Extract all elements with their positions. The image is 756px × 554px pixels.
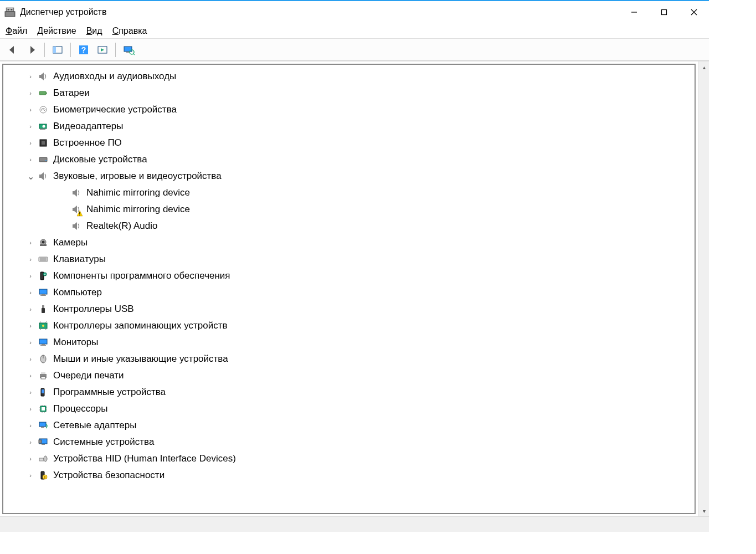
menu-file[interactable]: Файл bbox=[6, 26, 27, 36]
device-category-label: Звуковые, игровые и видеоустройства bbox=[53, 171, 222, 182]
window-controls bbox=[619, 1, 709, 23]
chevron-right-icon[interactable]: › bbox=[25, 387, 35, 397]
menu-action[interactable]: Действие bbox=[37, 26, 76, 36]
device-category[interactable]: ›Дисковые устройства bbox=[3, 151, 695, 168]
chevron-right-icon[interactable]: › bbox=[25, 254, 35, 264]
warning-overlay-icon bbox=[76, 209, 83, 216]
chevron-down-icon[interactable]: ⌄ bbox=[25, 171, 35, 181]
window: Диспетчер устройств Файл Действие Вид Сп… bbox=[0, 0, 709, 532]
device-category[interactable]: ›Биометрические устройства bbox=[3, 101, 695, 118]
chevron-right-icon[interactable]: › bbox=[25, 337, 35, 347]
device-category-label: Системные устройства bbox=[53, 437, 154, 448]
menu-help[interactable]: Справка bbox=[112, 26, 147, 36]
chevron-right-icon[interactable]: › bbox=[25, 238, 35, 248]
device-item-label: Realtek(R) Audio bbox=[86, 220, 158, 232]
chevron-right-icon[interactable]: › bbox=[25, 138, 35, 148]
svg-rect-56 bbox=[662, 10, 667, 15]
svg-marker-59 bbox=[9, 46, 14, 54]
device-category[interactable]: ›Клавиатуры bbox=[3, 251, 695, 268]
device-category[interactable]: ⌄Звуковые, игровые и видеоустройства bbox=[3, 168, 695, 184]
chevron-right-icon[interactable]: › bbox=[25, 155, 35, 165]
device-category[interactable]: ›Встроенное ПО bbox=[3, 135, 695, 151]
svg-text:?: ? bbox=[81, 45, 86, 54]
chevron-right-icon[interactable]: › bbox=[25, 105, 35, 115]
vertical-scrollbar[interactable]: ▴ ▾ bbox=[698, 61, 709, 516]
chevron-right-icon[interactable]: › bbox=[25, 321, 35, 331]
disk-icon bbox=[38, 154, 49, 165]
maximize-button[interactable] bbox=[649, 1, 679, 23]
device-category[interactable]: ›Компьютер bbox=[3, 284, 695, 301]
chevron-right-icon[interactable]: › bbox=[25, 88, 35, 98]
device-item-label: Nahimic mirroring device bbox=[86, 187, 190, 198]
scroll-track[interactable] bbox=[698, 73, 709, 505]
device-category[interactable]: ›Видеоадаптеры bbox=[3, 118, 695, 135]
speaker-icon bbox=[38, 171, 49, 182]
device-category[interactable]: ›Сетевые адаптеры bbox=[3, 417, 695, 434]
svg-rect-68 bbox=[126, 52, 130, 53]
scroll-down-arrow[interactable]: ▾ bbox=[698, 505, 709, 516]
toolbar-help[interactable]: ? bbox=[75, 42, 92, 58]
device-item[interactable]: Nahimic mirroring device bbox=[3, 184, 695, 201]
device-category[interactable]: ›Контроллеры USB bbox=[3, 301, 695, 317]
chevron-right-icon[interactable]: › bbox=[25, 271, 35, 281]
toolbar-forward[interactable] bbox=[23, 42, 40, 58]
titlebar-title: Диспетчер устройств bbox=[20, 7, 619, 17]
security-icon bbox=[38, 470, 49, 481]
titlebar[interactable]: Диспетчер устройств bbox=[0, 1, 709, 23]
chevron-right-icon[interactable]: › bbox=[25, 71, 35, 81]
device-category[interactable]: ›Системные устройства bbox=[3, 434, 695, 450]
device-category[interactable]: ›Очереди печати bbox=[3, 367, 695, 384]
toolbar-separator bbox=[44, 43, 45, 57]
toolbar-add-legacy-device[interactable] bbox=[120, 42, 137, 58]
monitor-icon bbox=[38, 287, 49, 298]
device-tree[interactable]: ›Аудиовходы и аудиовыходы›Батареи›Биомет… bbox=[2, 64, 696, 514]
minimize-button[interactable] bbox=[619, 1, 649, 23]
network-icon bbox=[38, 420, 49, 431]
device-category[interactable]: ›Программные устройства bbox=[3, 384, 695, 401]
device-category[interactable]: ›Устройства безопасности bbox=[3, 467, 695, 484]
gpu-icon bbox=[38, 121, 49, 132]
chevron-right-icon[interactable]: › bbox=[25, 304, 35, 314]
chevron-right-icon[interactable]: › bbox=[25, 288, 35, 297]
device-category-label: Контроллеры запоминающих устройств bbox=[53, 320, 227, 331]
keyboard-icon bbox=[38, 254, 49, 265]
scroll-up-arrow[interactable]: ▴ bbox=[698, 61, 709, 73]
speaker-icon bbox=[71, 187, 82, 198]
device-category[interactable]: ›Процессоры bbox=[3, 401, 695, 417]
device-category[interactable]: ›Аудиовходы и аудиовыходы bbox=[3, 68, 695, 85]
software-component-icon bbox=[38, 270, 49, 281]
device-category[interactable]: ›Камеры bbox=[3, 234, 695, 251]
close-button[interactable] bbox=[679, 1, 709, 23]
device-item[interactable]: Realtek(R) Audio bbox=[3, 218, 695, 234]
device-category[interactable]: ›Мониторы bbox=[3, 334, 695, 351]
menubar: Файл Действие Вид Справка bbox=[0, 23, 709, 39]
device-item[interactable]: Nahimic mirroring device bbox=[3, 201, 695, 218]
system-icon bbox=[38, 437, 49, 448]
device-category[interactable]: ›Компоненты программного обеспечения bbox=[3, 268, 695, 284]
svg-marker-60 bbox=[30, 46, 35, 54]
device-item-label: Nahimic mirroring device bbox=[86, 204, 190, 215]
device-category[interactable]: ›Батареи bbox=[3, 85, 695, 101]
chevron-right-icon[interactable]: › bbox=[25, 437, 35, 447]
toolbar-show-hide-console[interactable] bbox=[49, 42, 66, 58]
chevron-right-icon[interactable]: › bbox=[25, 371, 35, 381]
chevron-right-icon[interactable]: › bbox=[25, 470, 35, 480]
chevron-right-icon[interactable]: › bbox=[25, 454, 35, 464]
usb-icon bbox=[38, 304, 49, 315]
cpu-icon bbox=[38, 403, 49, 414]
chevron-right-icon[interactable]: › bbox=[25, 420, 35, 430]
titlebar-app-icon bbox=[4, 7, 16, 18]
toolbar-scan-hardware[interactable] bbox=[94, 42, 111, 58]
device-category-label: Клавиатуры bbox=[53, 254, 106, 265]
toolbar-back[interactable] bbox=[4, 42, 21, 58]
device-category[interactable]: ›Мыши и иные указывающие устройства bbox=[3, 351, 695, 367]
toolbar-separator bbox=[115, 43, 116, 57]
device-category[interactable]: ›Контроллеры запоминающих устройств bbox=[3, 317, 695, 334]
chevron-right-icon[interactable]: › bbox=[25, 121, 35, 131]
chevron-right-icon[interactable]: › bbox=[25, 354, 35, 364]
software-device-icon bbox=[38, 387, 49, 398]
menu-view[interactable]: Вид bbox=[86, 26, 102, 36]
fingerprint-icon bbox=[38, 104, 49, 115]
device-category[interactable]: ›Устройства HID (Human Interface Devices… bbox=[3, 450, 695, 467]
chevron-right-icon[interactable]: › bbox=[25, 404, 35, 414]
